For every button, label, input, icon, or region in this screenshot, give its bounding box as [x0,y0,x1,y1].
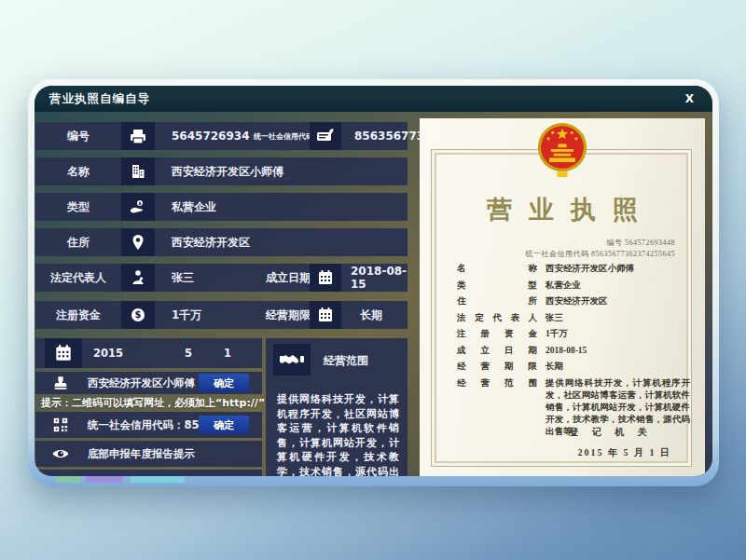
name-value[interactable]: 西安经济开发区小师傅 [172,164,283,180]
license-field-label: 法定代表人 [457,312,537,324]
type-label: 类型 [35,199,121,215]
person-signing-icon [121,264,155,292]
calendar-icon [45,338,82,368]
license-field-row: 成立日期 2018-08-15 [457,345,690,357]
license-field-row: 注册资金 1千万 [457,328,690,340]
dollar-coin-icon: $ [121,301,155,329]
established-date-label: 成立日期 [266,264,311,292]
license-field-label: 住所 [457,295,537,307]
number-value[interactable]: 5645726934 [172,122,250,150]
annual-report-label: 底部申报年度报告提示 [88,447,195,461]
svg-text:$: $ [138,200,142,206]
close-button[interactable]: X [682,92,698,105]
calendar-icon [310,301,341,329]
type-value[interactable]: 私营企业 [172,199,216,215]
license-issue-date: 2015 年 5 月 1 日 [578,446,672,459]
cutoff-artifact-cyan [131,476,185,483]
form-row-legal-rep: 法定代表人 张三 成立日期 2018-08-15 [35,264,408,292]
license-field-row: 类型 私营企业 [457,280,690,292]
hand-coin-icon: $ [121,193,155,221]
license-field-value: 1千万 [546,328,690,340]
issue-day-field[interactable]: 1 [224,338,231,368]
svg-text:$: $ [135,309,142,320]
credit-code-row: 统一社会信用代码：8563567 确定 [35,412,262,438]
form-row-number: 编号 5645726934 统一社会信用代码 8563567738 [35,122,408,150]
business-scope-panel: 经营范围 提供网络科技开发，计算机程序开发，社区网站博客运营，计算机软件销售，计… [266,338,408,476]
eye-icon [48,444,73,463]
building-icon [121,157,155,185]
legal-rep-value[interactable]: 张三 [172,264,194,292]
license-field-value: 长期 [546,361,690,373]
cutoff-row [35,470,262,476]
license-field-value: 西安经济开发区小师傅 [546,263,690,275]
term-label: 经营期限 [266,301,311,329]
printer-icon [121,122,155,150]
license-field-label: 名称 [457,263,537,275]
business-scope-field[interactable]: 提供网络科技开发，计算机程序开发，社区网站博客运营，计算机软件销售，计算机网站开… [277,392,399,476]
credit-code-label: 统一社会信用代码 [254,122,313,150]
stamp-name-row: 西安经济开发区小师傅 确定 [35,372,262,394]
term-value[interactable]: 长期 [360,301,382,329]
license-preview: 营业执照 编号 564572693448 统一社会信用代码 8563567736… [420,118,705,476]
national-emblem-icon [536,121,588,179]
legal-rep-label: 法定代表人 [35,264,121,292]
address-label: 住所 [35,235,121,251]
calendar-icon [310,264,341,292]
license-field-value: 西安经济开发区 [546,295,690,307]
name-label: 名称 [35,164,121,180]
license-authority: 登 记 机 关 [546,426,676,439]
license-field-row: 法定代表人 张三 [457,312,690,324]
desktop-background: 营业执照自编自导 X 编号 5645726934 统一社会信用代码 856356… [0,0,746,560]
license-field-row: 住所 西安经济开发区 [457,295,690,307]
license-code-line: 统一社会信用代码 85635677362374255645 [526,249,676,259]
license-field-row: 名称 西安经济开发区小师傅 [457,263,690,275]
stamp-icon [48,375,73,391]
dialog-body: 编号 5645726934 统一社会信用代码 8563567738 名称 [35,112,712,476]
license-title: 营业执照 [420,193,705,226]
license-field-value: 张三 [546,312,690,324]
business-scope-label: 经营范围 [324,353,368,369]
issue-year-field[interactable]: 2015 [93,338,123,368]
form-row-type: 类型 $ 私营企业 [35,193,408,221]
number-label: 编号 [35,122,121,150]
credit-code-confirm-button[interactable]: 确定 [199,416,249,434]
issue-month-field[interactable]: 5 [185,338,192,368]
capital-value[interactable]: 1千万 [172,301,201,329]
cutoff-artifact-green [56,476,80,483]
established-date-value[interactable]: 2018-08-15 [351,264,408,292]
handshake-icon [273,344,311,376]
capital-label: 注册资金 [35,301,121,329]
license-field-value: 私营企业 [546,280,690,292]
annual-report-row[interactable]: 底部申报年度报告提示 [35,441,262,467]
app-window: 营业执照自编自导 X 编号 5645726934 统一社会信用代码 856356… [28,79,719,486]
form-row-name: 名称 西安经济开发区小师傅 [35,157,408,185]
stamp-name-value[interactable]: 西安经济开发区小师傅 [88,376,195,390]
license-field-label: 经营范围 [457,377,537,438]
qr-code-icon [48,417,73,433]
dialog-titlebar: 营业执照自编自导 X [35,86,712,112]
form-row-address: 住所 西安经济开发区 [35,228,408,256]
license-fields: 名称 西安经济开发区小师傅 类型 私营企业 住所 西安经济开发区 [457,263,690,442]
license-field-label: 经营期限 [457,361,537,373]
location-pin-icon [121,228,155,256]
license-field-label: 注册资金 [457,328,537,340]
address-value[interactable]: 西安经济开发区 [172,235,250,251]
license-editor-dialog: 营业执照自编自导 X 编号 5645726934 统一社会信用代码 856356… [35,86,712,476]
card-edit-icon [310,122,341,150]
dialog-title: 营业执照自编自导 [49,91,150,107]
license-field-label: 类型 [457,280,537,292]
stamp-confirm-button[interactable]: 确定 [199,374,249,392]
license-field-label: 成立日期 [457,345,537,357]
license-number-line: 编号 564572693448 [607,238,676,248]
form-row-capital: 注册资金 $ 1千万 经营期限 长期 [35,301,408,329]
qr-hint-text: 提示：二维码可以填写网址，必须加上“http://” [41,396,283,410]
license-field-row: 经营期限 长期 [457,361,690,373]
cutoff-artifact-purple [86,476,123,483]
issue-date-row: 2015 5 1 [35,338,262,368]
license-field-value: 2018-08-15 [546,345,690,357]
